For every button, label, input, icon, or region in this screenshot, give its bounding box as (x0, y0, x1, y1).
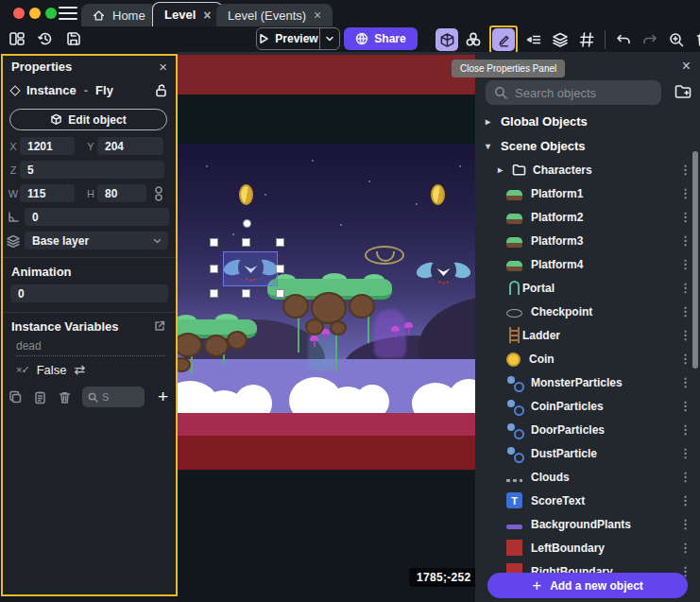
coin-instance[interactable] (239, 184, 253, 205)
item-menu-icon[interactable]: ⋮ (679, 304, 691, 318)
trash-icon[interactable] (691, 28, 700, 51)
object-list-item[interactable]: Platform4 ⋮ (475, 252, 700, 276)
add-variable-button[interactable]: + (158, 387, 168, 407)
coin-instance[interactable] (431, 184, 445, 205)
copy-variable-icon[interactable] (3, 390, 27, 404)
item-menu-icon[interactable]: ⋮ (679, 186, 691, 200)
resize-handle[interactable] (210, 289, 218, 298)
variable-name[interactable]: dead (16, 339, 165, 356)
close-tab-icon[interactable]: × (314, 9, 321, 22)
history-icon[interactable] (34, 27, 57, 50)
item-menu-icon[interactable]: ⋮ (679, 210, 691, 224)
y-input[interactable]: 204 (97, 137, 163, 155)
rotate-handle[interactable] (243, 219, 251, 228)
item-menu-icon[interactable]: ⋮ (679, 422, 691, 437)
delete-variable-icon[interactable] (52, 390, 77, 404)
item-menu-icon[interactable]: ⋮ (679, 257, 691, 271)
item-menu-icon[interactable]: ⋮ (679, 517, 691, 531)
resize-handle[interactable] (276, 238, 284, 247)
grid-icon[interactable] (575, 28, 598, 51)
group-scene-objects[interactable]: ▾ Scene Objects (475, 133, 700, 158)
object-list-item[interactable]: MonsterParticles ⋮ (475, 370, 700, 394)
layers-icon[interactable] (549, 28, 572, 51)
x-input[interactable]: 1201 (20, 137, 75, 155)
object-list-item[interactable]: Platform1 ⋮ (475, 181, 700, 205)
platform-instance[interactable] (267, 279, 392, 392)
close-window-button[interactable] (13, 8, 25, 19)
item-menu-icon[interactable]: ⋮ (679, 493, 691, 507)
objects-scrollbar[interactable] (692, 151, 698, 369)
tab-level-events[interactable]: Level (Events) × (216, 4, 333, 26)
h-input[interactable]: 80 (97, 184, 146, 202)
tab-home[interactable]: Home (81, 4, 157, 26)
instances-group-icon[interactable] (462, 28, 485, 51)
object-list-item[interactable]: Portal ⋮ (475, 276, 700, 300)
panels-icon[interactable] (6, 27, 28, 50)
resize-handle[interactable] (210, 265, 218, 273)
run-list-icon[interactable] (522, 28, 545, 51)
toggle-value-icon[interactable]: ⇄ (74, 362, 85, 377)
variables-search-input[interactable]: S (82, 387, 145, 407)
unlock-icon[interactable] (155, 84, 167, 97)
share-button[interactable]: Share (344, 27, 418, 50)
minimize-window-button[interactable] (29, 8, 41, 19)
object-list-item[interactable]: CoinParticles ⋮ (475, 394, 700, 418)
selection-box[interactable] (223, 251, 278, 286)
preview-dropdown-button[interactable] (320, 28, 339, 49)
paste-variable-icon[interactable] (27, 390, 52, 404)
item-menu-icon[interactable]: ⋮ (679, 446, 691, 460)
item-menu-icon[interactable]: ⋮ (679, 399, 691, 413)
resize-handle[interactable] (242, 289, 250, 298)
resize-handle[interactable] (276, 289, 284, 298)
object-list-item[interactable]: Coin ⋮ (475, 347, 700, 370)
animation-input[interactable]: 0 (10, 284, 168, 302)
resize-handle[interactable] (210, 238, 218, 247)
object-list-item[interactable]: LeftBoundary ⋮ (475, 536, 700, 559)
cube-3d-icon[interactable] (435, 28, 458, 51)
preview-button[interactable]: Preview (256, 27, 340, 50)
object-list-item[interactable]: Platform3 ⋮ (475, 229, 700, 252)
save-icon[interactable] (62, 27, 85, 50)
object-list-item[interactable]: BackgroundPlants ⋮ (475, 512, 700, 536)
object-list-item[interactable]: Checkpoint ⋮ (475, 300, 700, 323)
object-list-item[interactable]: T ScoreText ⋮ (475, 489, 700, 512)
checkpoint-outline[interactable] (365, 246, 404, 265)
resize-handle[interactable] (242, 238, 250, 247)
zoom-in-icon[interactable] (665, 28, 688, 51)
layer-select[interactable]: Base layer (25, 232, 168, 249)
item-menu-icon[interactable]: ⋮ (679, 233, 691, 248)
z-input[interactable]: 5 (20, 161, 164, 179)
fly-instance[interactable] (417, 253, 470, 289)
rotation-input[interactable]: 0 (25, 208, 169, 226)
object-list-item[interactable]: DustParticle ⋮ (475, 441, 700, 465)
link-dimensions-icon[interactable] (154, 186, 163, 201)
add-new-object-button[interactable]: + Add a new object (487, 573, 688, 598)
item-menu-icon[interactable]: ⋮ (679, 470, 691, 484)
resize-handle[interactable] (276, 265, 284, 273)
item-menu-icon[interactable]: ⋮ (679, 163, 691, 177)
close-properties-icon[interactable]: × (159, 59, 167, 75)
object-list-item[interactable]: Platform2 ⋮ (475, 205, 700, 229)
redo-icon[interactable] (639, 28, 661, 51)
item-menu-icon[interactable]: ⋮ (679, 541, 691, 555)
open-in-new-icon[interactable] (154, 320, 165, 332)
edit-pencil-icon[interactable] (492, 28, 515, 51)
group-global-objects[interactable]: ▸ Global Objects (475, 109, 700, 133)
scene-canvas[interactable]: 1785;-252 (178, 52, 475, 602)
w-input[interactable]: 115 (20, 184, 75, 202)
object-list-item[interactable]: DoorParticles ⋮ (475, 418, 700, 441)
maximize-window-button[interactable] (45, 8, 57, 19)
object-list-item[interactable]: Ladder ⋮ (475, 323, 700, 347)
edit-object-button[interactable]: Edit object (9, 109, 167, 130)
object-list-item[interactable]: Clouds ⋮ (475, 465, 700, 489)
close-tab-icon[interactable]: × (203, 9, 211, 22)
item-menu-icon[interactable]: ⋮ (679, 328, 691, 342)
tab-level[interactable]: Level × (152, 2, 223, 26)
close-objects-panel-icon[interactable]: × (682, 58, 691, 75)
item-menu-icon[interactable]: ⋮ (679, 375, 691, 389)
folder-characters[interactable]: ▸ Characters ⋮ (475, 158, 700, 181)
add-folder-icon[interactable] (674, 82, 692, 105)
item-menu-icon[interactable]: ⋮ (679, 352, 691, 366)
item-menu-icon[interactable]: ⋮ (679, 281, 691, 295)
undo-icon[interactable] (612, 28, 635, 51)
